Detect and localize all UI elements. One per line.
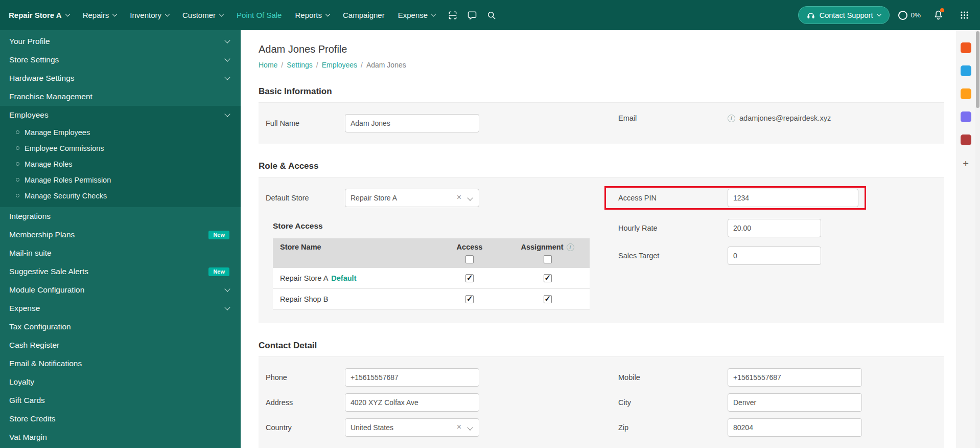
sidebar-item-store-settings[interactable]: Store Settings: [0, 51, 241, 69]
contact-support-button[interactable]: Contact Support: [798, 6, 890, 24]
sidebar-item-label: Email & Notifications: [9, 359, 229, 368]
address-input[interactable]: [345, 393, 479, 412]
sidebar-subitem-employee-commissions[interactable]: Employee Commissions: [0, 140, 241, 156]
sidebar-item-cash-register[interactable]: Cash Register: [0, 336, 241, 354]
sidebar-item-membership-plans[interactable]: Membership Plans New: [0, 226, 241, 244]
sidebar-item-label: Expense: [9, 304, 220, 313]
chevron-down-icon: [65, 12, 70, 17]
email-text: adamjones@repairdesk.xyz: [739, 114, 831, 122]
breadcrumb-current: Adam Jones: [366, 61, 406, 69]
clear-icon[interactable]: ×: [457, 423, 461, 431]
sidebar-item-employees[interactable]: Employees: [0, 106, 241, 124]
add-panel-icon[interactable]: +: [963, 159, 969, 169]
breadcrumb-home[interactable]: Home: [259, 61, 277, 69]
headset-icon: [807, 11, 815, 19]
setup-progress-indicator[interactable]: 0%: [898, 11, 921, 20]
sidebar-item-loyalty[interactable]: Loyalty: [0, 373, 241, 391]
breadcrumb-settings[interactable]: Settings: [287, 61, 313, 69]
sidebar-item-expense[interactable]: Expense: [0, 299, 241, 318]
sidebar-subitem-manage-employees[interactable]: Manage Employees: [0, 124, 241, 140]
access-checkbox[interactable]: [465, 295, 474, 303]
sidebar-item-store-credits[interactable]: Store Credits: [0, 410, 241, 428]
nav-item-inventory[interactable]: Inventory: [123, 0, 176, 30]
sidebar-item-gift-cards[interactable]: Gift Cards: [0, 391, 241, 410]
breadcrumb-employees[interactable]: Employees: [322, 61, 357, 69]
sidebar-subitem-manage-security-checks[interactable]: Manage Security Checks: [0, 188, 241, 204]
nav-item-label: Repairs: [83, 11, 109, 19]
page-scrollbar[interactable]: [975, 30, 980, 448]
store-switcher[interactable]: Repair Store A: [2, 0, 76, 30]
sidebar-item-email-notifications[interactable]: Email & Notifications: [0, 354, 241, 373]
nav-item-expense[interactable]: Expense: [391, 0, 442, 30]
city-label: City: [618, 398, 728, 407]
nav-item-label: Campaigner: [343, 11, 385, 19]
search-icon[interactable]: [483, 7, 500, 24]
sidebar-item-module-configuration[interactable]: Module Configuration: [0, 281, 241, 299]
chevron-down-icon[interactable]: [467, 195, 473, 200]
clear-icon[interactable]: ×: [457, 193, 461, 201]
table-row: Repair Shop B: [273, 289, 590, 310]
store-access-heading: Store Access: [273, 221, 601, 231]
store-switcher-label: Repair Store A: [9, 11, 62, 19]
shopping-app-icon[interactable]: [961, 42, 971, 53]
sidebar-item-suggestive-sale-alerts[interactable]: Suggestive Sale Alerts New: [0, 262, 241, 281]
sidebar-item-label: Your Profile: [9, 37, 220, 46]
navbar-icon-group: [444, 7, 500, 24]
documents-app-icon[interactable]: [961, 88, 971, 99]
notification-dot: [940, 8, 944, 12]
collections-app-icon[interactable]: [961, 135, 971, 145]
nav-item-point-of-sale[interactable]: Point Of Sale: [230, 0, 288, 30]
hourly-rate-input[interactable]: [728, 219, 821, 237]
sidebar-item-tax-configuration[interactable]: Tax Configuration: [0, 318, 241, 336]
basic-information-section: Basic Information Full Name Email i: [259, 86, 944, 144]
chevron-down-icon[interactable]: [467, 424, 473, 430]
default-tag: Default: [331, 274, 356, 282]
sidebar-item-hardware-settings[interactable]: Hardware Settings: [0, 69, 241, 87]
access-pin-input[interactable]: [728, 189, 858, 207]
full-name-input[interactable]: [345, 114, 479, 132]
sidebar-item-label: Hardware Settings: [9, 74, 220, 83]
mobile-input[interactable]: [728, 368, 862, 387]
apps-grid-icon[interactable]: [955, 7, 973, 24]
sidebar-item-vat-margin[interactable]: Vat Margin: [0, 428, 241, 446]
assignment-checkbox[interactable]: [544, 274, 552, 282]
column-assignment: Assignment i: [505, 243, 590, 251]
notifications-bell-icon[interactable]: [929, 7, 947, 24]
contact-support-label: Contact Support: [820, 11, 873, 19]
column-assignment-label: Assignment: [521, 243, 564, 251]
nav-item-campaigner[interactable]: Campaigner: [336, 0, 391, 30]
country-label: Country: [266, 423, 345, 432]
sidebar-item-integrations[interactable]: Integrations: [0, 207, 241, 226]
sidebar-subitem-manage-roles[interactable]: Manage Roles: [0, 156, 241, 172]
barcode-scan-icon[interactable]: [444, 7, 461, 24]
sidebar-item-your-profile[interactable]: Your Profile: [0, 32, 241, 51]
sales-target-label: Sales Target: [618, 252, 728, 260]
nav-item-customer[interactable]: Customer: [176, 0, 230, 30]
chat-icon[interactable]: [463, 7, 481, 24]
phone-input[interactable]: [345, 368, 479, 387]
bullet-icon: [16, 162, 19, 166]
phone-label: Phone: [266, 373, 345, 382]
nav-item-reports[interactable]: Reports: [288, 0, 336, 30]
sidebar-item-franchise-management[interactable]: Franchise Management: [0, 87, 241, 106]
nav-item-repairs[interactable]: Repairs: [76, 0, 124, 30]
assignment-checkbox[interactable]: [544, 295, 552, 303]
scrollbar-thumb[interactable]: [976, 31, 979, 108]
zip-input[interactable]: [728, 418, 862, 437]
bullet-icon: [16, 130, 19, 134]
city-input[interactable]: [728, 393, 862, 412]
shield-app-icon[interactable]: [961, 111, 971, 122]
chat-app-icon[interactable]: [961, 65, 971, 76]
default-store-select[interactable]: Repair Store A ×: [345, 189, 479, 207]
country-select[interactable]: United States ×: [345, 418, 479, 437]
select-all-assignment-checkbox[interactable]: [544, 255, 552, 263]
sidebar-item-mail-in-suite[interactable]: Mail-in suite: [0, 244, 241, 262]
nav-item-label: Inventory: [130, 11, 161, 19]
select-all-access-checkbox[interactable]: [465, 255, 474, 263]
app-window: Repair Store A Repairs Inventory Custome…: [0, 0, 980, 448]
sales-target-input[interactable]: [728, 247, 821, 265]
chevron-down-icon: [877, 12, 882, 17]
access-checkbox[interactable]: [465, 274, 474, 282]
sidebar-subitem-manage-roles-permission[interactable]: Manage Roles Permission: [0, 172, 241, 188]
sidebar-item-label: Vat Margin: [9, 433, 229, 442]
